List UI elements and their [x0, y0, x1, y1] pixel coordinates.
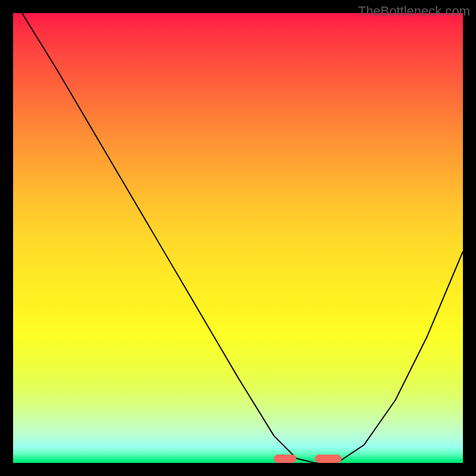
watermark-text: TheBottleneck.com [358, 4, 470, 19]
optimum-right-marker [315, 455, 342, 463]
optimum-left-marker [274, 455, 296, 463]
chart-svg [13, 13, 463, 463]
chart-plot-area [13, 13, 463, 463]
curve-path [22, 13, 463, 463]
